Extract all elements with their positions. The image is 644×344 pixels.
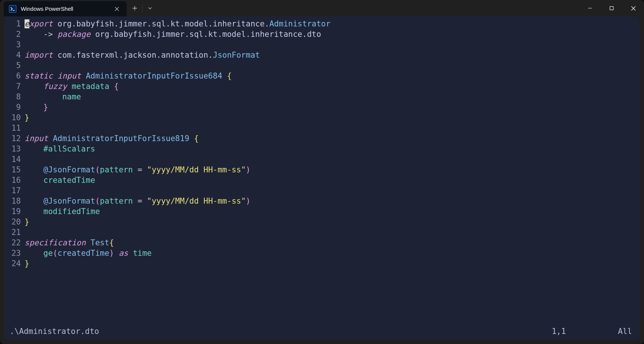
line-number: 1: [7, 19, 21, 29]
status-cursor-pos: 1,1: [552, 326, 566, 337]
code-line[interactable]: }: [25, 102, 331, 112]
code-line[interactable]: [25, 185, 331, 196]
line-number: 23: [7, 248, 21, 258]
code-line[interactable]: [25, 60, 331, 71]
code-line[interactable]: [25, 39, 331, 50]
code-line[interactable]: [25, 123, 331, 133]
window-controls: [579, 0, 644, 16]
line-number: 20: [7, 217, 21, 227]
code-area: 123456789101112131415161718192021222324 …: [7, 19, 634, 269]
line-number: 8: [7, 92, 21, 102]
line-number: 22: [7, 238, 21, 248]
line-number: 10: [7, 112, 21, 123]
maximize-button[interactable]: [601, 0, 622, 16]
line-number: 18: [7, 196, 21, 206]
tab-dropdown-button[interactable]: [142, 4, 157, 13]
line-number: 5: [7, 60, 21, 71]
svg-rect-2: [610, 7, 613, 10]
status-scroll: All: [618, 326, 632, 337]
titlebar[interactable]: Windows PowerShell: [0, 0, 644, 16]
line-number: 15: [7, 165, 21, 175]
code-line[interactable]: [25, 154, 331, 165]
line-number: 13: [7, 144, 21, 154]
code-line[interactable]: static input AdministratorInputForIssue6…: [25, 71, 331, 81]
line-number: 17: [7, 185, 21, 196]
status-filename: .\Administrator.dto: [10, 326, 99, 337]
code-line[interactable]: createdTime: [25, 175, 331, 185]
line-number: 12: [7, 133, 21, 144]
terminal-window: Windows PowerShell 12345678910111213: [0, 0, 644, 344]
code-line[interactable]: ge(createdTime) as time: [25, 248, 331, 258]
line-number-gutter: 123456789101112131415161718192021222324: [7, 19, 25, 269]
code-line[interactable]: import com.fasterxml.jackson.annotation.…: [25, 50, 331, 60]
code-line[interactable]: modifiedTime: [25, 206, 331, 217]
tab-powershell[interactable]: Windows PowerShell: [4, 1, 127, 16]
line-number: 4: [7, 50, 21, 60]
line-number: 6: [7, 71, 21, 81]
code-line[interactable]: @JsonFormat(pattern = "yyyy/MM/dd HH-mm-…: [25, 165, 331, 175]
tab-title: Windows PowerShell: [21, 6, 112, 12]
code-line[interactable]: }: [25, 112, 331, 123]
line-number: 19: [7, 206, 21, 217]
code-line[interactable]: }: [25, 217, 331, 227]
code-line[interactable]: [25, 227, 331, 238]
code-line[interactable]: fuzzy metadata {: [25, 81, 331, 92]
line-number: 11: [7, 123, 21, 133]
minimize-button[interactable]: [579, 0, 601, 16]
code-line[interactable]: specification Test{: [25, 238, 331, 248]
tab-close-button[interactable]: [112, 4, 121, 13]
terminal-body[interactable]: 123456789101112131415161718192021222324 …: [4, 16, 640, 340]
code-content[interactable]: export org.babyfish.jimmer.sql.kt.model.…: [25, 19, 331, 269]
line-number: 21: [7, 227, 21, 238]
line-number: 2: [7, 29, 21, 39]
line-number: 9: [7, 102, 21, 112]
line-number: 14: [7, 154, 21, 165]
close-button[interactable]: [622, 0, 644, 16]
line-number: 24: [7, 258, 21, 269]
code-line[interactable]: export org.babyfish.jimmer.sql.kt.model.…: [25, 19, 331, 29]
code-line[interactable]: }: [25, 258, 331, 269]
code-line[interactable]: input AdministratorInputForIssue819 {: [25, 133, 331, 144]
code-line[interactable]: -> package org.babyfish.jimmer.sql.kt.mo…: [25, 29, 331, 39]
powershell-icon: [9, 5, 16, 13]
vim-statusbar: .\Administrator.dto 1,1 All: [10, 326, 632, 337]
code-line[interactable]: name: [25, 92, 331, 102]
titlebar-drag-area[interactable]: [157, 0, 579, 16]
code-line[interactable]: #allScalars: [25, 144, 331, 154]
line-number: 16: [7, 175, 21, 185]
line-number: 3: [7, 39, 21, 50]
code-line[interactable]: @JsonFormat(pattern = "yyyy/MM/dd HH-mm-…: [25, 196, 331, 206]
line-number: 7: [7, 81, 21, 92]
new-tab-button[interactable]: [127, 0, 142, 16]
